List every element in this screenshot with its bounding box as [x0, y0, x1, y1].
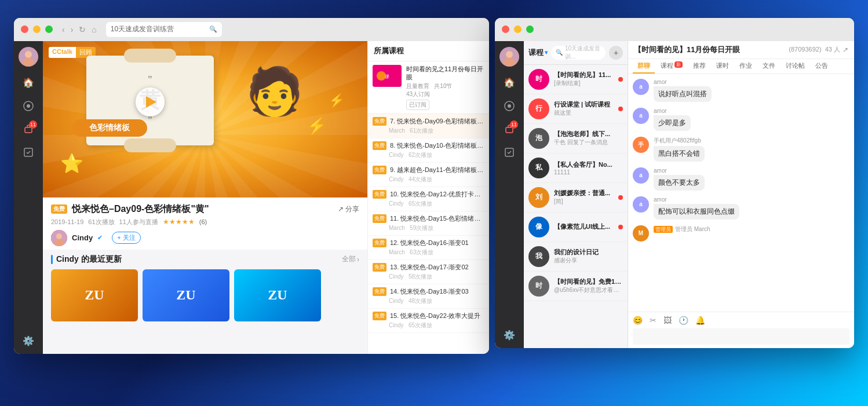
message-list-item[interactable]: 时 【时间看的见】免费10... @u5h6xv不好意思才看到...: [524, 272, 628, 301]
video-player[interactable]: CCtalk 回顾 " 黄 ": [43, 41, 367, 197]
messages-panel: 课程 ▾ 🔍 10天速成发音训... + 时 【时间看的见】11... [录制结…: [524, 41, 628, 348]
episode-badge: 免费: [373, 263, 386, 272]
episode-title: 14. 悦来悦色-Day18-渐变03: [390, 287, 484, 296]
episode-item[interactable]: 免费 7. 悦来悦色-Day09-色彩情绪板"黄" March 61次播放: [368, 114, 489, 138]
bell-icon[interactable]: 🔔: [695, 316, 705, 325]
right-maximize-button[interactable]: [526, 25, 534, 33]
chat-bubble-wrap: 管理员管理员 March: [654, 225, 849, 235]
episode-item[interactable]: 免费 13. 悦来悦色-Day17-渐变02 Cindy 58次播放: [368, 260, 489, 284]
url-bar[interactable]: 10天速成发音训练营 🔍: [106, 22, 222, 37]
maximize-button[interactable]: [45, 25, 53, 33]
thumbnail-3[interactable]: ZU: [234, 269, 321, 321]
chat-member-count: (87093692) 43 人: [789, 45, 840, 54]
sidebar-notifications-icon[interactable]: 11: [21, 122, 35, 136]
user-avatar[interactable]: [19, 47, 38, 67]
message-avatar: 我: [528, 246, 549, 267]
episode-badge: 免费: [373, 141, 386, 150]
chat-tab-群聊[interactable]: 群聊: [633, 59, 655, 74]
video-info-section: 免费 悦来悦色–Day09-色彩情绪板"黄" ↗ 分享 2019-11-19 6…: [43, 197, 367, 250]
subscribed-button[interactable]: 已订阅: [406, 100, 429, 110]
course-thumb[interactable]: 课: [373, 65, 402, 87]
episode-item[interactable]: 免费 11. 悦来悦色-Day15-色彩情绪板复盘大会 March 59次播放: [368, 211, 489, 236]
episode-title: 9. 越来超色-Day11-色彩情绪板"绿": [390, 166, 484, 174]
episode-item[interactable]: 免费 12. 悦来悦色-Day16-渐变01 March 63次播放: [368, 236, 489, 260]
right-notifications-icon[interactable]: 11: [502, 122, 516, 136]
episode-item[interactable]: 免费 9. 越来超色-Day11-色彩情绪板"绿" Cindy 44次播放: [368, 163, 489, 187]
sidebar-settings-icon[interactable]: ⚙️: [21, 334, 35, 348]
image-icon[interactable]: 🖼: [663, 316, 672, 325]
svg-point-14: [506, 51, 513, 58]
notification-badge: 11: [29, 120, 37, 129]
chat-bubble: 说好听点叫混搭: [654, 86, 712, 102]
course-tab[interactable]: 课程 ▾: [528, 46, 548, 60]
chat-tab-公告[interactable]: 公告: [811, 59, 833, 74]
chat-tab-课程[interactable]: 课程新: [656, 59, 687, 74]
chat-message: M 管理员管理员 March: [633, 225, 849, 242]
right-settings-icon[interactable]: ⚙️: [502, 328, 516, 342]
section-indicator: [51, 255, 53, 264]
scissors-icon[interactable]: ✂: [650, 316, 657, 325]
author-avatar[interactable]: [51, 230, 67, 246]
message-sender-name: 【时间看的见】免费10...: [554, 277, 623, 286]
episode-item[interactable]: 免费 15. 悦来悦色-Day22-效率大提升 Cindy 65次播放: [368, 309, 489, 333]
message-list-item[interactable]: 刘 刘媛媛亲授：普通... [简]: [524, 183, 628, 213]
nav-buttons: ‹ › ↻ ⌂: [62, 25, 97, 34]
thumbnail-1[interactable]: ZU: [51, 269, 138, 321]
chat-sender: amor: [654, 79, 849, 85]
right-window: 🏠 11 ⚙️ 课程 ▾: [495, 18, 854, 348]
right-close-button[interactable]: [502, 25, 509, 33]
episode-item[interactable]: 免费 10. 悦来悦色-Day12-优质打卡者麦香分享 Cindy 65次播放: [368, 187, 489, 211]
left-window: ‹ › ↻ ⌂ 10天速成发音训练营 🔍 �: [14, 18, 489, 354]
message-list-item[interactable]: 泡 【泡泡老师】线下... 千色 回复了一条消息: [524, 124, 628, 153]
right-tasks-icon[interactable]: [502, 145, 516, 159]
left-titlebar: ‹ › ↻ ⌂ 10天速成发音训练营 🔍: [14, 18, 489, 41]
right-explore-icon[interactable]: [502, 99, 516, 113]
expand-icon[interactable]: ↗: [843, 46, 848, 54]
message-search[interactable]: 🔍 10天速成发音训...: [551, 46, 606, 60]
minimize-button[interactable]: [33, 25, 41, 33]
chat-tab-课时[interactable]: 课时: [712, 59, 734, 74]
message-preview: 感谢分享: [554, 257, 623, 265]
message-list-item[interactable]: 像 【像素范儿UI线上...: [524, 213, 628, 242]
see-all-button[interactable]: 全部 ›: [342, 254, 359, 264]
right-home-icon[interactable]: 🏠: [502, 76, 516, 90]
sidebar-tasks-icon[interactable]: [21, 145, 35, 159]
home-button[interactable]: ⌂: [92, 25, 96, 34]
episode-item[interactable]: 免费 8. 悦来悦色-Day10-色彩情绪板"蓝" Cindy 62次播放: [368, 138, 489, 163]
play-button[interactable]: [136, 87, 165, 116]
chat-bubble: 配饰可以和衣服同色点缀: [654, 204, 739, 220]
message-list-item[interactable]: 行 行设课堂 | 试听课程 就这里: [524, 94, 628, 124]
clock-icon[interactable]: 🕐: [679, 316, 688, 325]
forward-button[interactable]: ›: [71, 25, 74, 34]
message-avatar: 时: [528, 69, 549, 90]
share-button[interactable]: ↗ 分享: [338, 204, 359, 214]
chat-tab-推荐[interactable]: 推荐: [688, 59, 710, 74]
episode-title: 12. 悦来悦色-Day16-渐变01: [390, 239, 484, 247]
chat-input[interactable]: [633, 328, 849, 345]
thumbnail-2[interactable]: ZU: [143, 269, 229, 321]
emoji-icon[interactable]: 😊: [633, 316, 643, 325]
episode-item[interactable]: 免费 14. 悦来悦色-Day18-渐变03 Cindy 48次播放: [368, 284, 489, 309]
chat-tab-文件[interactable]: 文件: [758, 59, 780, 74]
svg-point-9: [54, 239, 64, 246]
close-button[interactable]: [21, 25, 28, 33]
message-preview: [简]: [554, 197, 614, 206]
back-button[interactable]: ‹: [62, 25, 65, 34]
sidebar-explore-icon[interactable]: [21, 99, 35, 113]
right-minimize-button[interactable]: [514, 25, 521, 33]
chat-message: a amor 少即是多: [633, 108, 849, 131]
refresh-button[interactable]: ↻: [79, 25, 86, 34]
add-message-button[interactable]: +: [609, 46, 623, 60]
episode-meta: Cindy 58次播放: [373, 273, 484, 281]
chat-tab-讨论帖[interactable]: 讨论帖: [781, 59, 809, 74]
message-list-item[interactable]: 我 我们的设计日记 感谢分享: [524, 242, 628, 272]
course-info: 时间看的见之11月份每日开眼 且量教育 共10节 43人订阅 已订阅: [406, 65, 484, 111]
follow-button[interactable]: + 关注: [112, 232, 140, 244]
verified-icon: ✔: [97, 234, 103, 242]
right-user-avatar[interactable]: [499, 47, 519, 67]
message-list-item[interactable]: 私 【私人会客厅】No... 11111: [524, 153, 628, 183]
message-list-item[interactable]: 时 【时间看的见】11... [录制结束]: [524, 65, 628, 94]
sidebar-home-icon[interactable]: 🏠: [21, 76, 35, 90]
chat-tab-作业[interactable]: 作业: [735, 59, 757, 74]
episode-badge: 免费: [373, 190, 386, 199]
